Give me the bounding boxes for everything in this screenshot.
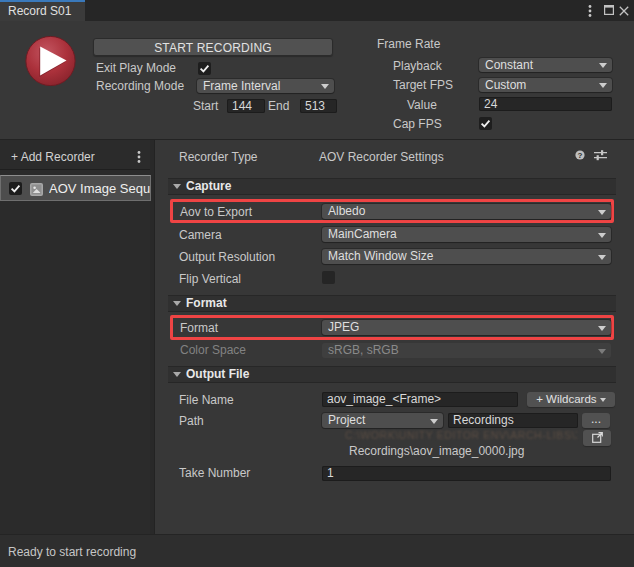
svg-text:?: ?: [578, 151, 583, 160]
